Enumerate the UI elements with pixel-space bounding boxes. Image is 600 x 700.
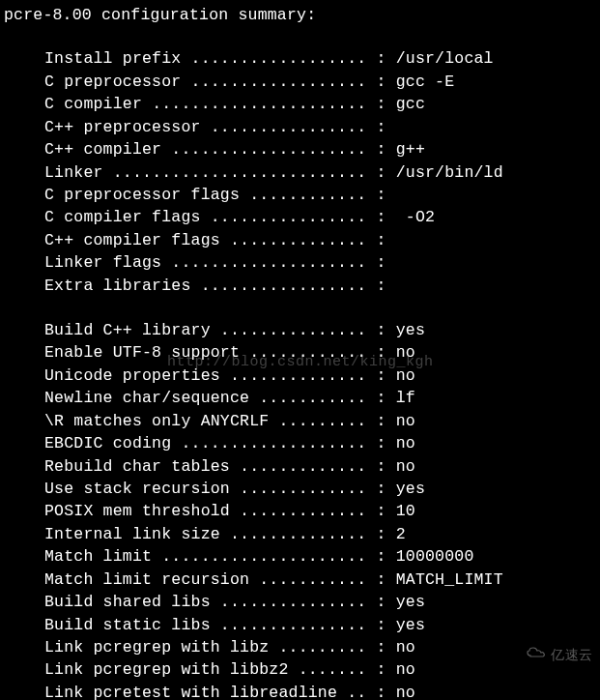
section-gap [4,297,600,319]
config-row: POSIX mem threshold ............. : 10 [44,500,600,522]
config-dots: ............. : [230,457,396,476]
config-dots: .................. : [181,73,395,91]
config-dots: ................ : [201,208,396,226]
config-row: Newline char/sequence ........... : lf [44,387,600,409]
config-row: Link pcregrep with libz ......... : no [44,636,600,658]
config-row: Install prefix .................. : /usr… [44,47,600,70]
config-value: no [396,660,415,679]
config-dots: .................... : [161,253,386,272]
config-section-2: Build C++ library ............... : yesE… [4,319,600,700]
config-dots: ......... : [269,638,395,656]
config-row: Link pcretest with libreadline .. : no [44,682,600,700]
config-label: Rebuild char tables [44,457,230,476]
config-row: C++ compiler .................... : g++ [44,138,600,160]
config-row: EBCDIC coding ................... : no [44,432,600,454]
config-label: C++ compiler [44,140,161,159]
config-label: C compiler [44,95,142,113]
config-label: Linker [44,163,103,182]
config-dots: ................ : [201,118,386,136]
config-row: C preprocessor flags ............ : [44,184,600,206]
config-label: Unicode properties [44,366,220,385]
config-label: Build C++ library [44,321,211,339]
config-value: no [396,684,415,700]
config-label: Match limit recursion [44,570,249,589]
config-dots: ...................... : [142,95,396,113]
config-row: Enable UTF-8 support ............ : no [44,341,600,364]
config-dots: ..................... : [152,547,396,566]
config-dots: .............. : [220,366,396,385]
config-label: Internal link size [44,525,220,543]
config-row: Match limit recursion ........... : MATC… [44,569,600,591]
config-dots: ................. : [191,277,386,295]
config-dots: ............ : [240,186,386,204]
config-row: C preprocessor .................. : gcc … [44,71,600,93]
config-dots: ........... : [249,570,396,589]
config-row: Rebuild char tables ............. : no [44,455,600,478]
config-label: Link pcretest with libreadline [44,684,337,700]
config-row: C++ preprocessor ................ : [44,116,600,138]
config-label: EBCDIC coding [44,434,171,452]
config-label: Build shared libs [44,593,211,611]
config-row: Extra libraries ................. : [44,275,600,297]
config-value: /usr/local [396,49,494,68]
config-value: 10000000 [396,547,474,566]
config-label: Match limit [44,547,152,566]
config-value: yes [396,593,425,611]
config-dots: ....... : [289,660,396,679]
config-value: yes [396,480,425,498]
config-row: \R matches only ANYCRLF ......... : no [44,410,600,432]
config-value: gcc [396,95,425,113]
config-dots: .. : [337,684,396,700]
config-dots: ......... : [269,412,395,430]
config-label: C++ compiler flags [44,231,220,249]
config-dots: .............. : [220,231,386,249]
config-label: Newline char/sequence [44,389,249,407]
config-row: Unicode properties .............. : no [44,365,600,387]
config-row: Linker flags .................... : [44,251,600,274]
config-value: gcc -E [396,73,455,91]
config-label: Linker flags [44,253,161,272]
config-value: -O2 [396,208,435,226]
config-row: C compiler flags ................ : -O2 [44,206,600,228]
config-dots: ................... : [171,434,395,452]
config-label: \R matches only ANYCRLF [44,412,269,430]
config-dots: .................. : [181,49,395,68]
config-value: MATCH_LIMIT [396,570,503,589]
config-label: Enable UTF-8 support [44,343,240,362]
config-value: yes [396,321,425,339]
config-label: Link pcregrep with libz [44,638,269,656]
config-label: C compiler flags [44,208,201,226]
config-dots: ............. : [230,502,396,520]
config-label: Use stack recursion [44,480,230,498]
config-dots: .................... : [161,140,395,159]
config-value: no [396,638,415,656]
config-value: no [396,343,415,362]
config-section-1: Install prefix .................. : /usr… [4,47,600,297]
config-row: C++ compiler flags .............. : [44,229,600,251]
config-dots: ............... : [211,593,396,611]
config-value: no [396,366,415,385]
config-dots: ............ : [240,343,396,362]
config-value: 2 [396,525,406,543]
config-label: Install prefix [44,49,181,68]
title-line: pcre-8.00 configuration summary: [4,4,600,26]
config-label: Build static libs [44,616,211,634]
config-dots: ........... : [249,389,396,407]
config-row: Linker .......................... : /usr… [44,161,600,184]
config-value: no [396,434,415,452]
config-row: Internal link size .............. : 2 [44,523,600,545]
config-row: Build C++ library ............... : yes [44,319,600,341]
config-row: Use stack recursion ............. : yes [44,478,600,500]
config-label: C++ preprocessor [44,118,201,136]
config-label: Link pcregrep with libbz2 [44,660,289,679]
config-value: 10 [396,502,415,520]
config-dots: ............. : [230,480,396,498]
config-value: /usr/bin/ld [396,163,503,182]
config-label: Extra libraries [44,277,191,295]
config-row: Link pcregrep with libbz2 ....... : no [44,658,600,681]
config-dots: .......................... : [103,163,396,182]
config-label: C preprocessor [44,73,181,91]
config-row: C compiler ...................... : gcc [44,93,600,115]
config-value: yes [396,616,425,634]
config-value: no [396,457,415,476]
